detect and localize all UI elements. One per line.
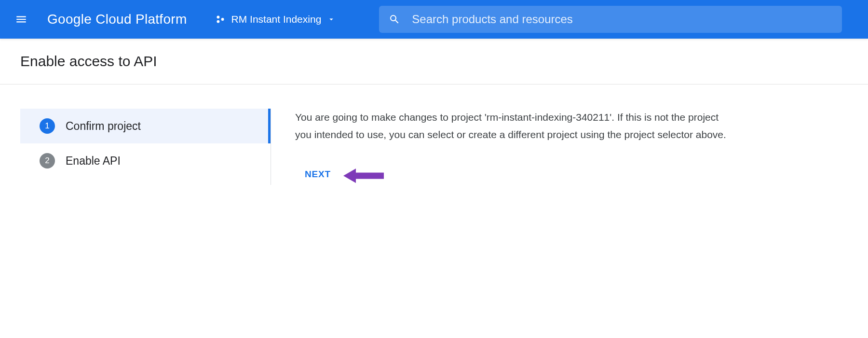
hamburger-menu-button[interactable] [10, 8, 33, 31]
svg-point-0 [217, 15, 219, 18]
project-selector-label: RM Instant Indexing [231, 14, 322, 25]
step-enable-api[interactable]: 2 Enable API [20, 143, 271, 178]
project-icon [215, 14, 226, 25]
step-number: 1 [40, 118, 55, 134]
step-label: Enable API [66, 155, 121, 168]
page-title: Enable access to API [0, 39, 868, 84]
project-selector-button[interactable]: RM Instant Indexing [210, 11, 341, 28]
hamburger-icon [15, 13, 27, 26]
svg-point-2 [221, 18, 224, 21]
confirm-project-description: You are going to make changes to project… [295, 109, 734, 143]
search-container[interactable] [379, 6, 842, 33]
platform-logo-text[interactable]: Google Cloud Platform [47, 12, 187, 27]
main-content: 1 Confirm project 2 Enable API You are g… [0, 84, 868, 204]
svg-point-1 [217, 20, 219, 23]
step-label: Confirm project [66, 120, 141, 133]
stepper-sidebar: 1 Confirm project 2 Enable API [20, 109, 271, 185]
platform-name-rest: Cloud Platform [92, 12, 187, 27]
app-header: Google Cloud Platform RM Instant Indexin… [0, 0, 868, 39]
search-icon [389, 14, 400, 25]
next-button[interactable]: NEXT [297, 165, 339, 183]
step-content-panel: You are going to make changes to project… [290, 109, 734, 185]
step-confirm-project[interactable]: 1 Confirm project [20, 109, 271, 143]
search-input[interactable] [412, 13, 832, 26]
annotation-arrow-icon [341, 167, 385, 185]
chevron-down-icon [327, 15, 336, 24]
next-button-row: NEXT [295, 165, 734, 184]
step-number: 2 [40, 153, 55, 169]
platform-name-strong: Google [47, 12, 92, 27]
